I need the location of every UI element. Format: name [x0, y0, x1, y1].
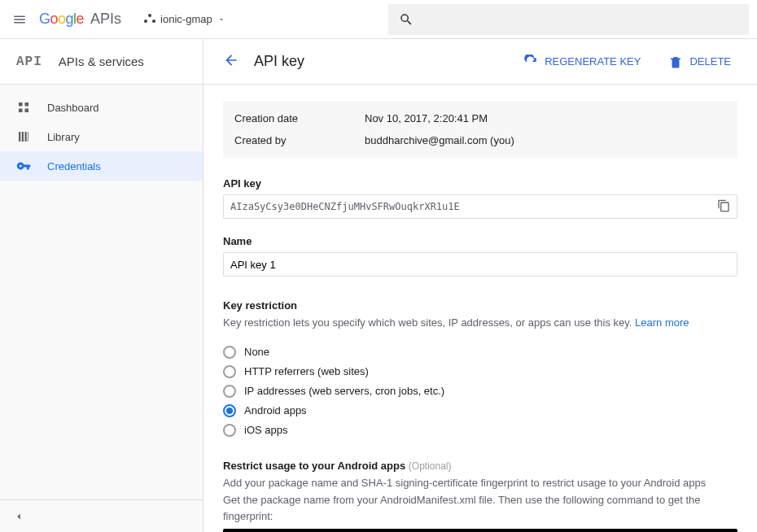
creation-date-value: Nov 10, 2017, 2:20:41 PM — [365, 112, 488, 124]
radio-icon — [223, 346, 236, 359]
api-key-label: API key — [223, 177, 737, 190]
sidebar-title: APIs & services — [59, 55, 144, 68]
api-key-value: AIzaSyCsy3e0DHeCNZfjuMHvSFRwOuqkrXR1u1E — [230, 201, 717, 212]
sidebar-item-library[interactable]: Library — [0, 122, 203, 151]
menu-icon — [12, 12, 27, 27]
logo[interactable]: Google APIs — [39, 11, 131, 28]
radio-icon — [223, 404, 236, 417]
dashboard-icon — [16, 100, 31, 115]
copy-api-key-button[interactable] — [717, 199, 730, 215]
created-by-value: buddharchive@gmail.com (you) — [365, 134, 514, 146]
sidebar-item-label: Credentials — [47, 160, 101, 172]
api-mark-icon: API — [16, 55, 42, 69]
back-button[interactable] — [223, 52, 239, 71]
radio-label: None — [244, 346, 269, 358]
google-logo: Google — [39, 11, 84, 28]
created-by-label: Created by — [234, 134, 365, 146]
radio-label: HTTP referrers (web sites) — [244, 365, 369, 377]
radio-label: Android apps — [244, 404, 307, 416]
chevron-down-icon — [217, 15, 225, 24]
restriction-radio-option[interactable]: Android apps — [223, 401, 737, 421]
hamburger-menu-button[interactable] — [0, 12, 39, 27]
refresh-icon — [523, 55, 538, 69]
restriction-radio-option[interactable]: iOS apps — [223, 421, 737, 440]
restriction-helper: Key restriction lets you specify which w… — [223, 315, 737, 331]
android-helper-1: Add your package name and SHA-1 signing-… — [223, 475, 737, 491]
restriction-radio-group: NoneHTTP referrers (web sites)IP address… — [223, 342, 737, 440]
chevron-left-icon — [13, 511, 24, 522]
project-name: ionic-gmap — [160, 13, 212, 25]
sidebar-header: API APIs & services — [0, 39, 203, 85]
project-selector[interactable]: ionic-gmap — [144, 13, 225, 25]
apis-label: APIs — [90, 11, 121, 28]
sidebar-item-label: Library — [47, 131, 80, 143]
learn-more-link[interactable]: Learn more — [635, 316, 689, 329]
copy-icon — [717, 199, 730, 212]
restriction-radio-option[interactable]: None — [223, 342, 737, 362]
search-icon — [388, 12, 424, 27]
radio-label: IP addresses (web servers, cron jobs, et… — [244, 385, 444, 397]
sidebar-item-label: Dashboard — [47, 102, 99, 114]
library-icon — [16, 129, 31, 144]
regenerate-key-button[interactable]: REGENERATE KEY — [517, 48, 647, 76]
radio-icon — [223, 424, 236, 437]
search-input[interactable] — [424, 13, 749, 26]
delete-button[interactable]: DELETE — [662, 48, 737, 76]
android-section-title: Restrict usage to your Android apps (Opt… — [223, 460, 737, 472]
android-helper-2: Get the package name from your AndroidMa… — [223, 492, 737, 524]
sidebar-collapse-button[interactable] — [0, 499, 203, 532]
restriction-title: Key restriction — [223, 299, 737, 312]
radio-icon — [223, 385, 236, 398]
search-bar[interactable] — [388, 4, 749, 35]
radio-label: iOS apps — [244, 424, 287, 436]
sidebar-item-dashboard[interactable]: Dashboard — [0, 93, 203, 122]
name-input[interactable] — [223, 252, 737, 277]
restriction-radio-option[interactable]: HTTP referrers (web sites) — [223, 362, 737, 382]
sidebar-item-credentials[interactable]: Credentials — [0, 151, 203, 181]
arrow-left-icon — [223, 52, 239, 68]
project-icon — [144, 14, 155, 25]
key-icon — [16, 159, 31, 173]
keytool-command-box: $keytool -list -v -keystore mystore.keys… — [223, 529, 737, 532]
trash-icon — [668, 55, 683, 69]
creation-date-label: Creation date — [234, 112, 365, 124]
page-title: API key — [254, 53, 304, 70]
name-label: Name — [223, 235, 737, 247]
restriction-radio-option[interactable]: IP addresses (web servers, cron jobs, et… — [223, 382, 737, 401]
api-key-box: AIzaSyCsy3e0DHeCNZfjuMHvSFRwOuqkrXR1u1E — [223, 194, 737, 219]
meta-box: Creation date Nov 10, 2017, 2:20:41 PM C… — [223, 101, 737, 158]
radio-icon — [223, 365, 236, 378]
